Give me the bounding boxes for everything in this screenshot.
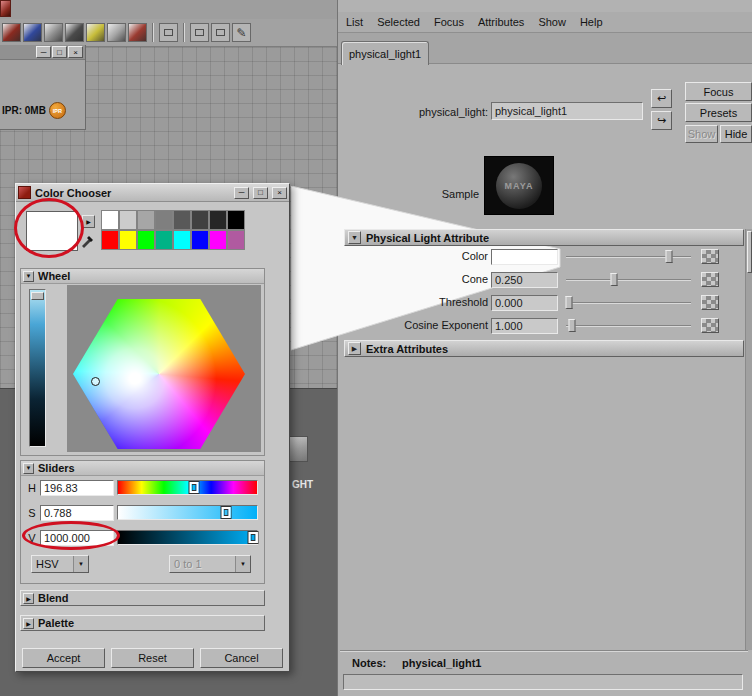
node-name-field[interactable]	[491, 102, 643, 120]
saturation-value-field[interactable]	[40, 505, 114, 521]
blend-section-header[interactable]: ▶ Blend	[20, 590, 265, 606]
box-light-icon[interactable]	[107, 23, 126, 42]
color-value-field[interactable]	[491, 249, 558, 265]
hue-slider[interactable]	[117, 480, 258, 495]
slider-handle[interactable]	[190, 482, 199, 493]
palette-section-header[interactable]: ▶ Palette	[20, 615, 265, 631]
section-physical-light-attribute[interactable]: ▼ Physical Light Attribute	[344, 229, 744, 246]
slider-handle[interactable]	[248, 532, 257, 543]
cone-slider[interactable]	[566, 279, 691, 281]
palette-swatch[interactable]	[191, 230, 209, 250]
sliders-section-header[interactable]: ▼ Sliders	[21, 461, 264, 476]
cosine-exponent-slider[interactable]	[566, 325, 691, 327]
select-input-icon[interactable]: ↩	[651, 89, 672, 108]
color-marker-icon[interactable]	[91, 377, 100, 386]
palette-swatch[interactable]	[101, 210, 119, 230]
box-gray-icon[interactable]	[44, 23, 63, 42]
palette-swatch[interactable]	[137, 230, 155, 250]
map-checker-icon[interactable]	[701, 295, 719, 310]
select-output-icon[interactable]: ↪	[651, 111, 672, 130]
accept-button[interactable]: Accept	[22, 648, 105, 668]
cancel-button[interactable]: Cancel	[200, 648, 283, 668]
range-dropdown[interactable]: 0 to 1 ▼	[169, 555, 251, 573]
map-checker-icon[interactable]	[701, 249, 719, 264]
bulb-icon[interactable]	[86, 23, 105, 42]
ipr-badge[interactable]: IPR	[49, 102, 66, 119]
menu-selected[interactable]: Selected	[377, 16, 420, 28]
chevron-down-icon[interactable]: ▼	[73, 556, 88, 572]
minimize-icon[interactable]: ─	[36, 46, 51, 58]
presets-button[interactable]: Presets	[685, 103, 752, 122]
box-blue-icon[interactable]	[23, 23, 42, 42]
cone-value-field[interactable]	[491, 272, 558, 288]
palette-swatch[interactable]	[155, 210, 173, 230]
collapse-triangle-icon[interactable]: ▶	[23, 618, 34, 629]
slider-handle[interactable]	[222, 507, 231, 518]
menu-list[interactable]: List	[346, 16, 363, 28]
close-icon[interactable]: ×	[68, 46, 83, 58]
threshold-slider[interactable]	[566, 302, 691, 304]
close-icon[interactable]: ×	[272, 187, 287, 199]
collapse-triangle-icon[interactable]: ▼	[23, 463, 34, 474]
menu-focus[interactable]: Focus	[434, 16, 464, 28]
menu-show[interactable]: Show	[538, 16, 566, 28]
slider-handle[interactable]	[610, 273, 617, 286]
maximize-icon[interactable]: □	[253, 187, 268, 199]
palette-swatch[interactable]	[173, 210, 191, 230]
map-checker-icon[interactable]	[701, 272, 719, 287]
collapse-triangle-icon[interactable]: ▼	[348, 231, 361, 244]
collapse-triangle-icon[interactable]: ▶	[23, 593, 34, 604]
attribute-scrollbar[interactable]	[745, 229, 752, 650]
minimize-icon[interactable]: ─	[234, 187, 249, 199]
scrollbar-thumb[interactable]	[747, 231, 752, 273]
select-box-icon[interactable]	[159, 23, 178, 42]
chevron-down-icon[interactable]: ▼	[235, 556, 250, 572]
wheel-section-header[interactable]: ▼ Wheel	[21, 269, 264, 284]
value-bar-slider[interactable]	[29, 289, 46, 447]
focus-button[interactable]: Focus	[685, 82, 752, 101]
menu-attributes[interactable]: Attributes	[478, 16, 524, 28]
value-slider[interactable]	[117, 530, 258, 545]
threshold-value-field[interactable]	[491, 295, 558, 311]
box-maroon-icon[interactable]	[128, 23, 147, 42]
hue-value-field[interactable]	[40, 480, 114, 496]
palette-swatch[interactable]	[119, 230, 137, 250]
slider-handle[interactable]	[569, 319, 576, 332]
hide-button[interactable]: Hide	[720, 125, 752, 143]
slider-handle[interactable]	[665, 250, 672, 263]
slider-handle[interactable]	[565, 296, 572, 309]
palette-swatch[interactable]	[101, 230, 119, 250]
maximize-icon[interactable]: □	[52, 46, 67, 58]
palette-swatch[interactable]	[191, 210, 209, 230]
saturation-slider[interactable]	[117, 505, 258, 520]
color-wheel-hexagon[interactable]	[73, 299, 245, 449]
palette-swatch[interactable]	[209, 210, 227, 230]
quill-icon[interactable]: ✎	[232, 23, 251, 42]
palette-swatch[interactable]	[155, 230, 173, 250]
palette-swatch[interactable]	[137, 210, 155, 230]
section-extra-attributes[interactable]: ▶ Extra Attributes	[344, 340, 744, 357]
palette-swatch[interactable]	[119, 210, 137, 230]
value-bar-handle[interactable]	[31, 292, 44, 300]
cosine-exponent-value-field[interactable]	[491, 318, 558, 334]
menu-cube-icon[interactable]	[0, 0, 11, 17]
palette-swatch[interactable]	[173, 230, 191, 250]
menu-help[interactable]: Help	[580, 16, 603, 28]
reset-button[interactable]: Reset	[111, 648, 194, 668]
color-mode-dropdown[interactable]: HSV ▼	[31, 555, 89, 573]
frame-inner	[216, 29, 225, 36]
palette-swatch[interactable]	[209, 230, 227, 250]
collapse-triangle-icon[interactable]: ▶	[348, 342, 361, 355]
box-red-icon[interactable]	[2, 23, 21, 42]
notes-field[interactable]	[343, 674, 743, 690]
palette-swatch[interactable]	[227, 210, 245, 230]
frame-icon[interactable]	[190, 23, 209, 42]
color-slider[interactable]	[566, 256, 691, 258]
collapse-triangle-icon[interactable]: ▼	[23, 271, 34, 282]
frame-alt-icon[interactable]	[211, 23, 230, 42]
map-checker-icon[interactable]	[701, 318, 719, 333]
tab-physical-light1[interactable]: physical_light1	[341, 41, 429, 65]
show-button[interactable]: Show	[685, 125, 718, 143]
box-dark-icon[interactable]	[65, 23, 84, 42]
palette-swatch[interactable]	[227, 230, 245, 250]
